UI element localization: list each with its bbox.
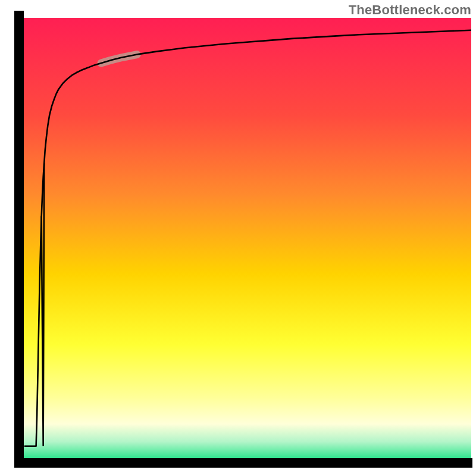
y-axis	[14, 11, 24, 466]
watermark-label: TheBottleneck.com	[349, 2, 471, 18]
chart-canvas: TheBottleneck.com	[0, 0, 476, 476]
chart-svg	[0, 0, 476, 476]
plot-background	[23, 18, 471, 459]
x-axis	[14, 458, 472, 468]
